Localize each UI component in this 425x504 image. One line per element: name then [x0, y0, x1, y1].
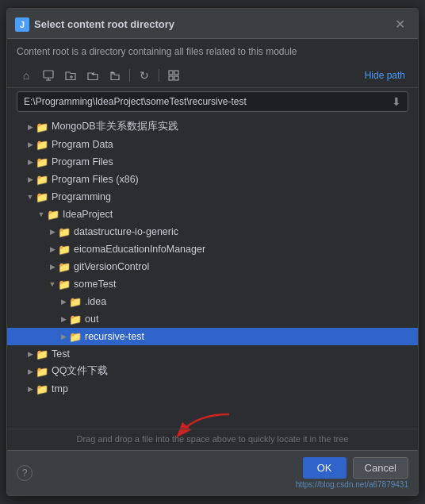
folder-icon: 📁 — [58, 279, 71, 290]
tree-item-qq[interactable]: ▶ 📁 QQ文件下载 — [7, 363, 418, 380]
folder-icon: 📁 — [36, 383, 48, 394]
folder-icon: 📁 — [36, 139, 48, 150]
dialog: J Select content root directory ✕ Conten… — [6, 8, 419, 496]
expand-button[interactable] — [164, 67, 183, 84]
item-label: Test — [52, 348, 70, 360]
item-label: Programming — [52, 191, 111, 202]
item-label: out — [85, 314, 98, 325]
ok-button[interactable]: OK — [303, 457, 347, 479]
svg-rect-6 — [174, 71, 178, 75]
toolbar: ⌂ ↻ — [7, 63, 418, 88]
tree-item-program-data[interactable]: ▶ 📁 Program Data — [7, 136, 418, 153]
tree-item-eicoma[interactable]: ▶ 📁 eicomaEducationInfoManager — [7, 240, 418, 258]
tree-item-tmp[interactable]: ▶ 📁 tmp — [7, 380, 418, 398]
path-text: E:\Programming\IdeaProject\someTest\recu… — [24, 96, 389, 107]
folder-up-button[interactable] — [83, 67, 102, 84]
path-bar: E:\Programming\IdeaProject\someTest\recu… — [17, 91, 408, 112]
folder-icon: 📁 — [58, 244, 71, 255]
drag-hint-text: Drag and drop a file into the space abov… — [7, 429, 418, 447]
close-button[interactable]: ✕ — [392, 15, 408, 33]
bottom-bar: ? OK Cancel https://blog.csdn.net/a67879… — [7, 450, 418, 495]
item-label: .idea — [85, 296, 106, 307]
svg-rect-0 — [44, 71, 53, 78]
chevron-icon: ▼ — [36, 209, 47, 220]
tree-item-git[interactable]: ▶ 📁 gitVersionControl — [7, 258, 418, 275]
item-label: QQ文件下载 — [52, 364, 108, 378]
chevron-icon: ▶ — [47, 244, 58, 255]
item-label: gitVersionControl — [74, 261, 149, 272]
tree-item-out[interactable]: ▶ 📁 out — [7, 310, 418, 328]
tree-item-idea[interactable]: ▶ 📁 .idea — [7, 293, 418, 310]
tree-item-sometest[interactable]: ▼ 📁 someTest — [7, 275, 418, 293]
tree-container[interactable]: ▶ 📁 MongoDB非关系数据库实践 ▶ 📁 Program Data ▶ 📁… — [7, 118, 418, 410]
chevron-icon: ▼ — [25, 191, 36, 202]
chevron-icon: ▶ — [25, 366, 36, 377]
tree-item-ideaproject[interactable]: ▼ 📁 IdeaProject — [7, 206, 418, 223]
home-button[interactable]: ⌂ — [17, 67, 36, 84]
chevron-icon: ▶ — [47, 261, 58, 272]
item-label: recursive-test — [85, 331, 144, 342]
chevron-icon: ▼ — [47, 279, 58, 290]
chevron-icon: ▶ — [58, 314, 69, 325]
chevron-icon: ▶ — [25, 174, 36, 185]
item-label: datastructure-io-generic — [74, 226, 178, 237]
chevron-icon: ▶ — [58, 331, 69, 342]
toolbar-separator-2 — [159, 69, 159, 82]
folder-icon: 📁 — [58, 226, 71, 237]
watermark: https://blog.csdn.net/a67879431 — [296, 480, 408, 489]
dialog-title: Select content root directory — [34, 18, 174, 30]
chevron-icon: ▶ — [58, 296, 69, 307]
title-left: J Select content root directory — [15, 17, 174, 32]
hide-path-button[interactable]: Hide path — [362, 68, 408, 83]
item-label: IdeaProject — [63, 209, 113, 220]
folder-icon: 📁 — [58, 261, 71, 272]
action-buttons: OK Cancel — [303, 457, 408, 479]
item-label: Program Files — [52, 156, 113, 167]
folder-icon: 📁 — [47, 209, 59, 220]
chevron-icon: ▶ — [25, 348, 36, 360]
tree-item-programming[interactable]: ▼ 📁 Programming — [7, 188, 418, 206]
folder-icon: 📁 — [36, 121, 48, 133]
folder-icon: 📁 — [36, 348, 48, 360]
folder-icon: 📁 — [36, 174, 48, 185]
folder-icon: 📁 — [69, 314, 82, 325]
tree-item-datastructure[interactable]: ▶ 📁 datastructure-io-generic — [7, 223, 418, 240]
item-label: Program Files (x86) — [52, 174, 139, 185]
item-label: MongoDB非关系数据库实践 — [52, 120, 178, 133]
tree-item-recursive-test[interactable]: ▶ 📁 recursive-test — [7, 328, 418, 345]
folder-icon: 📁 — [36, 191, 48, 202]
help-button[interactable]: ? — [17, 465, 33, 481]
chevron-icon: ▶ — [25, 383, 36, 394]
folder-icon: 📁 — [69, 296, 82, 307]
svg-rect-5 — [169, 71, 173, 75]
item-label: Program Data — [52, 139, 113, 150]
computer-button[interactable] — [39, 67, 58, 84]
folder-root-button[interactable] — [105, 67, 124, 84]
folder-icon: 📁 — [36, 366, 48, 377]
refresh-button[interactable]: ↻ — [135, 67, 154, 84]
svg-rect-8 — [174, 76, 178, 80]
chevron-icon: ▶ — [25, 121, 36, 133]
tree-item-mongodb[interactable]: ▶ 📁 MongoDB非关系数据库实践 — [7, 118, 418, 136]
folder-icon: 📁 — [69, 331, 82, 342]
item-label: eicomaEducationInfoManager — [74, 244, 205, 255]
item-label: someTest — [74, 279, 117, 290]
chevron-icon: ▶ — [25, 139, 36, 150]
chevron-icon: ▶ — [47, 226, 58, 237]
item-label: tmp — [52, 383, 68, 394]
chevron-icon: ▶ — [25, 156, 36, 167]
tree-item-program-files-x86[interactable]: ▶ 📁 Program Files (x86) — [7, 171, 418, 188]
toolbar-separator — [129, 69, 130, 82]
dialog-subtitle: Content root is a directory containing a… — [7, 39, 418, 63]
app-icon: J — [15, 17, 29, 32]
tree-item-program-files[interactable]: ▶ 📁 Program Files — [7, 153, 418, 171]
title-bar: J Select content root directory ✕ — [7, 9, 418, 39]
hint-area: Drag and drop a file into the space abov… — [7, 410, 418, 450]
svg-rect-7 — [169, 76, 173, 80]
tree-item-test[interactable]: ▶ 📁 Test — [7, 345, 418, 363]
path-arrow-button[interactable]: ⬇ — [392, 95, 401, 108]
new-folder-button[interactable] — [61, 67, 80, 84]
cancel-button[interactable]: Cancel — [353, 457, 408, 479]
folder-icon: 📁 — [36, 156, 48, 167]
